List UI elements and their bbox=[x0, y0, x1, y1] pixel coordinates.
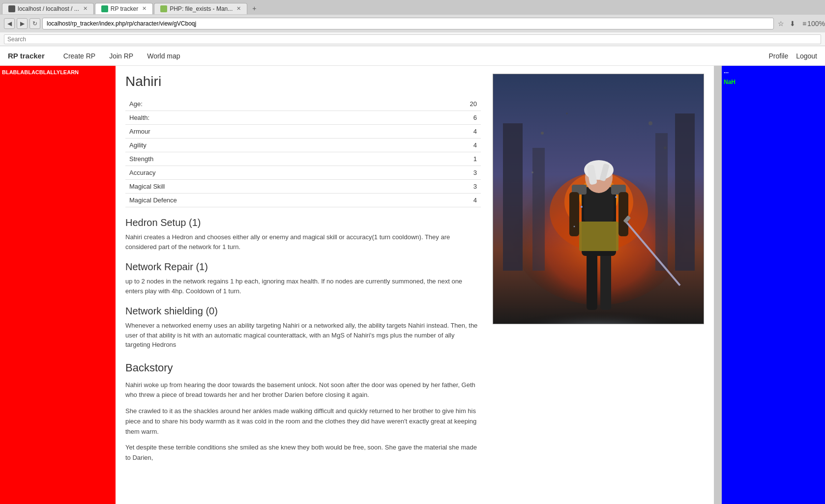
sidebar-left: BLABLABLACBLALLYLEARN bbox=[0, 66, 116, 504]
ability-section-2: Network shielding (0) Whenever a network… bbox=[125, 306, 481, 350]
stat-label: Agility bbox=[125, 139, 405, 152]
download-icon[interactable]: ⬇ bbox=[788, 19, 797, 28]
stat-row: Strength1 bbox=[125, 152, 481, 166]
main-layout: BLABLABLACBLALLYLEARN Nahiri Age:20Healt… bbox=[0, 66, 825, 504]
svg-rect-22 bbox=[619, 192, 628, 236]
nav-logout[interactable]: Logout bbox=[796, 52, 817, 60]
stat-value: 3 bbox=[405, 166, 481, 180]
ability-section-0: Hedron Setup (1) Nahiri creates a Hedron… bbox=[125, 217, 481, 252]
tab-favicon-2 bbox=[160, 5, 167, 12]
nav-join-rp[interactable]: Join RP bbox=[102, 47, 140, 65]
tab-0[interactable]: localhost / localhost / ... ✕ bbox=[2, 3, 94, 14]
tab-label-0: localhost / localhost / ... bbox=[18, 5, 79, 12]
forward-button[interactable]: ▶ bbox=[17, 18, 28, 29]
sidebar-right-item-0: ... bbox=[724, 68, 823, 75]
tab-label-1: RP tracker bbox=[111, 5, 138, 12]
tab-favicon-0 bbox=[8, 5, 15, 12]
tab-2[interactable]: PHP: file_exists - Man... ✕ bbox=[154, 3, 247, 14]
ability-title-0: Hedron Setup (1) bbox=[125, 217, 481, 228]
stat-label: Health: bbox=[125, 111, 405, 125]
portrait-svg bbox=[493, 74, 704, 324]
app-title[interactable]: RP tracker bbox=[8, 52, 45, 60]
nav-world-map[interactable]: World map bbox=[140, 47, 187, 65]
character-portrait-container bbox=[493, 74, 704, 469]
character-info: Nahiri Age:20Health:6Armour4Agility4Stre… bbox=[125, 74, 481, 469]
nav-profile[interactable]: Profile bbox=[768, 52, 788, 60]
browser-chrome: localhost / localhost / ... ✕ RP tracker… bbox=[0, 0, 825, 46]
tab-close-0[interactable]: ✕ bbox=[83, 5, 88, 12]
stat-value: 1 bbox=[405, 152, 481, 166]
backstory-section: Backstory Nahiri woke up from hearing th… bbox=[125, 362, 481, 464]
svg-point-32 bbox=[574, 226, 575, 227]
stat-value: 3 bbox=[405, 180, 481, 194]
stat-row: Accuracy3 bbox=[125, 166, 481, 180]
tab-label-2: PHP: file_exists - Man... bbox=[170, 5, 233, 12]
app-nav: RP tracker Create RP Join RP World map P… bbox=[0, 46, 825, 66]
stat-row: Agility4 bbox=[125, 139, 481, 152]
nav-right: Profile Logout bbox=[768, 52, 817, 60]
stat-value: 4 bbox=[405, 125, 481, 139]
tab-close-1[interactable]: ✕ bbox=[142, 5, 147, 12]
back-button[interactable]: ◀ bbox=[4, 18, 15, 29]
svg-rect-17 bbox=[579, 222, 619, 251]
svg-point-11 bbox=[566, 112, 568, 114]
svg-rect-2 bbox=[503, 123, 523, 271]
address-bar-row: ◀ ▶ ↻ ☆ ⬇ ≡ 100% bbox=[0, 15, 825, 32]
stat-value: 4 bbox=[405, 194, 481, 207]
nav-create-rp[interactable]: Create RP bbox=[57, 47, 102, 65]
svg-rect-21 bbox=[569, 192, 579, 236]
content-area: Nahiri Age:20Health:6Armour4Agility4Stre… bbox=[116, 66, 714, 504]
stat-label: Age: bbox=[125, 97, 405, 111]
character-name: Nahiri bbox=[125, 74, 481, 89]
ability-section-1: Network Repair (1) up to 2 nodes in the … bbox=[125, 261, 481, 296]
stats-table: Age:20Health:6Armour4Agility4Strength1Ac… bbox=[125, 97, 481, 207]
stat-row: Magical Skill3 bbox=[125, 180, 481, 194]
character-layout: Nahiri Age:20Health:6Armour4Agility4Stre… bbox=[125, 74, 704, 469]
backstory-paragraph: Yet despite these terrible conditions sh… bbox=[125, 443, 481, 463]
sidebar-left-text: BLABLABLACBLALLYLEARN bbox=[2, 69, 79, 75]
stat-value: 4 bbox=[405, 139, 481, 152]
svg-point-13 bbox=[531, 171, 533, 173]
stat-value: 6 bbox=[405, 111, 481, 125]
svg-point-12 bbox=[664, 146, 667, 149]
zoom-icon: 100% bbox=[811, 19, 821, 28]
sidebar-right-item-1: NaH bbox=[724, 79, 823, 85]
browser-icons: ☆ ⬇ ≡ 100% bbox=[776, 19, 821, 28]
tab-favicon-1 bbox=[101, 5, 108, 12]
sidebar-right: ... NaH bbox=[722, 66, 825, 504]
ability-title-2: Network shielding (0) bbox=[125, 306, 481, 317]
svg-point-31 bbox=[615, 196, 617, 198]
address-input[interactable] bbox=[42, 18, 774, 29]
stat-row: Age:20 bbox=[125, 97, 481, 111]
svg-rect-4 bbox=[532, 148, 545, 271]
character-portrait bbox=[493, 74, 704, 324]
stat-label: Armour bbox=[125, 125, 405, 139]
bookmark-icon[interactable]: ☆ bbox=[776, 19, 786, 28]
tab-close-2[interactable]: ✕ bbox=[236, 5, 241, 12]
tab-1[interactable]: RP tracker ✕ bbox=[95, 3, 153, 14]
new-tab-button[interactable]: + bbox=[248, 2, 260, 14]
ability-title-1: Network Repair (1) bbox=[125, 261, 481, 273]
tab-bar: localhost / localhost / ... ✕ RP tracker… bbox=[0, 0, 825, 15]
search-input[interactable] bbox=[4, 34, 821, 44]
backstory-paragraph: She crawled to it as the shackles around… bbox=[125, 406, 481, 437]
ability-desc-1: up to 2 nodes in the network regains 1 h… bbox=[125, 277, 481, 296]
scrollbar[interactable] bbox=[714, 66, 722, 504]
stat-label: Strength bbox=[125, 152, 405, 166]
ability-desc-2: Whenever a networked enemy uses an abili… bbox=[125, 321, 481, 350]
svg-point-10 bbox=[648, 121, 652, 125]
stat-label: Magical Defence bbox=[125, 194, 405, 207]
stat-row: Health:6 bbox=[125, 111, 481, 125]
backstory-title: Backstory bbox=[125, 362, 481, 374]
svg-point-9 bbox=[541, 132, 544, 135]
svg-rect-5 bbox=[655, 133, 668, 271]
search-bar-row bbox=[0, 32, 825, 46]
reload-button[interactable]: ↻ bbox=[29, 18, 40, 29]
backstory-paragraph: Nahiri woke up from hearing the door tow… bbox=[125, 380, 481, 401]
svg-rect-3 bbox=[675, 113, 695, 271]
ability-desc-0: Nahiri creates a Hedron and chooses eith… bbox=[125, 232, 481, 252]
nav-links: Create RP Join RP World map bbox=[57, 47, 187, 65]
stat-label: Magical Skill bbox=[125, 180, 405, 194]
svg-point-30 bbox=[581, 206, 583, 208]
stat-row: Armour4 bbox=[125, 125, 481, 139]
